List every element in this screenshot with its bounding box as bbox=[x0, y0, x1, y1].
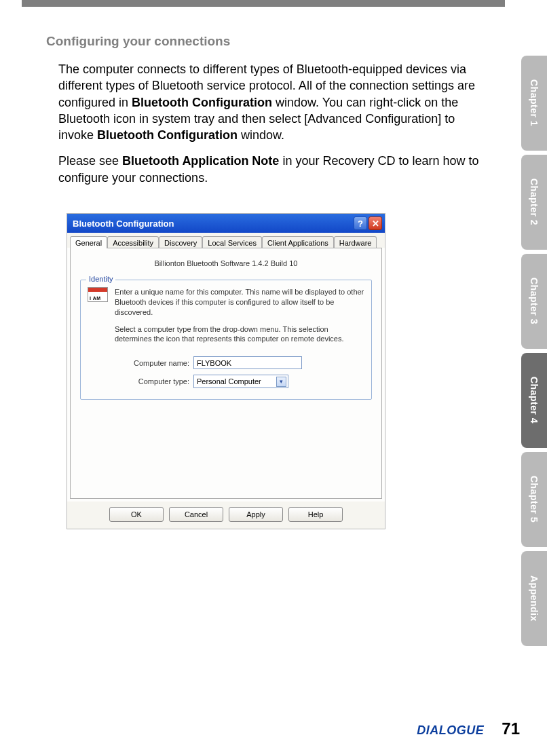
sidebar-chapter-1[interactable]: Chapter 1 bbox=[521, 56, 547, 151]
para2-bold: Bluetooth Application Note bbox=[122, 154, 279, 168]
paragraph-2: Please see Bluetooth Application Note in… bbox=[58, 153, 480, 186]
paragraph-1: The computer connects to different types… bbox=[58, 61, 480, 143]
apply-button[interactable]: Apply bbox=[229, 507, 283, 522]
identity-icon-text: I AM bbox=[90, 296, 101, 301]
identity-p2: Select a computer type from the drop-dow… bbox=[115, 324, 364, 345]
sidebar-chapter-5[interactable]: Chapter 5 bbox=[521, 452, 547, 547]
dialog-titlebar[interactable]: Bluetooth Configuration ? ✕ bbox=[67, 214, 385, 233]
software-version-line: Billionton Bluetooth Software 1.4.2 Buil… bbox=[80, 259, 372, 267]
sidebar-label: Appendix bbox=[529, 575, 540, 622]
sidebar-chapter-2[interactable]: Chapter 2 bbox=[521, 155, 547, 250]
page-number: 71 bbox=[502, 719, 520, 738]
computer-name-input[interactable] bbox=[193, 356, 302, 369]
ok-button[interactable]: OK bbox=[109, 507, 164, 522]
page-top-rule bbox=[22, 0, 505, 7]
identity-fieldset: Identity I AM Enter a unique name for th… bbox=[80, 280, 372, 400]
para1-text-c: window. bbox=[238, 128, 284, 142]
sidebar-appendix[interactable]: Appendix bbox=[521, 551, 547, 646]
tab-general[interactable]: General bbox=[70, 236, 107, 248]
brand-logo-text: DIALOGUE bbox=[417, 723, 484, 738]
section-heading: Configuring your connections bbox=[46, 34, 480, 49]
para2-text-a: Please see bbox=[58, 154, 122, 168]
page-content: Configuring your connections The compute… bbox=[46, 34, 480, 529]
sidebar-label: Chapter 4 bbox=[529, 377, 540, 423]
sidebar-chapter-3[interactable]: Chapter 3 bbox=[521, 254, 547, 349]
identity-legend: Identity bbox=[86, 275, 115, 283]
tab-discovery[interactable]: Discovery bbox=[159, 236, 202, 248]
sidebar-chapter-4[interactable]: Chapter 4 bbox=[521, 353, 547, 448]
identity-p1: Enter a unique name for this computer. T… bbox=[115, 287, 364, 318]
titlebar-help-button[interactable]: ? bbox=[354, 216, 367, 230]
computer-name-label: Computer name: bbox=[119, 359, 193, 367]
dialog-button-row: OK Cancel Apply Help bbox=[67, 502, 385, 529]
computer-type-label: Computer type: bbox=[119, 377, 193, 385]
identity-description: Enter a unique name for this computer. T… bbox=[115, 287, 364, 351]
cancel-button[interactable]: Cancel bbox=[169, 507, 223, 522]
para1-bold-1: Bluetooth Configuration bbox=[132, 96, 272, 109]
sidebar-label: Chapter 1 bbox=[529, 79, 540, 126]
computer-type-value: Personal Computer bbox=[197, 377, 261, 385]
identity-icon: I AM bbox=[88, 287, 108, 302]
page-footer: DIALOGUE 71 bbox=[417, 719, 520, 738]
bluetooth-config-dialog: Bluetooth Configuration ? ✕ General Acce… bbox=[67, 213, 385, 529]
tab-client-applications[interactable]: Client Applications bbox=[262, 236, 334, 248]
help-button[interactable]: Help bbox=[288, 507, 343, 522]
para1-bold-2: Bluetooth Configuration bbox=[97, 128, 238, 142]
dialog-title: Bluetooth Configuration bbox=[73, 219, 352, 229]
chevron-down-icon: ▾ bbox=[276, 377, 286, 387]
close-icon: ✕ bbox=[372, 219, 379, 229]
sidebar-label: Chapter 2 bbox=[529, 178, 540, 225]
sidebar-label: Chapter 3 bbox=[529, 278, 540, 324]
sidebar-label: Chapter 5 bbox=[529, 476, 540, 523]
titlebar-close-button[interactable]: ✕ bbox=[369, 216, 382, 230]
tab-hardware[interactable]: Hardware bbox=[334, 236, 377, 248]
tab-local-services[interactable]: Local Services bbox=[202, 236, 262, 248]
dialog-body: Billionton Bluetooth Software 1.4.2 Buil… bbox=[70, 248, 382, 499]
dialog-tabs: General Accessibility Discovery Local Se… bbox=[67, 233, 385, 248]
tab-accessibility[interactable]: Accessibility bbox=[107, 236, 159, 248]
computer-name-row: Computer name: bbox=[119, 356, 364, 369]
help-icon: ? bbox=[358, 219, 363, 229]
computer-type-select[interactable]: Personal Computer ▾ bbox=[193, 375, 288, 388]
computer-type-row: Computer type: Personal Computer ▾ bbox=[119, 375, 364, 388]
side-chapter-tabs: Chapter 1 Chapter 2 Chapter 3 Chapter 4 … bbox=[521, 56, 547, 650]
